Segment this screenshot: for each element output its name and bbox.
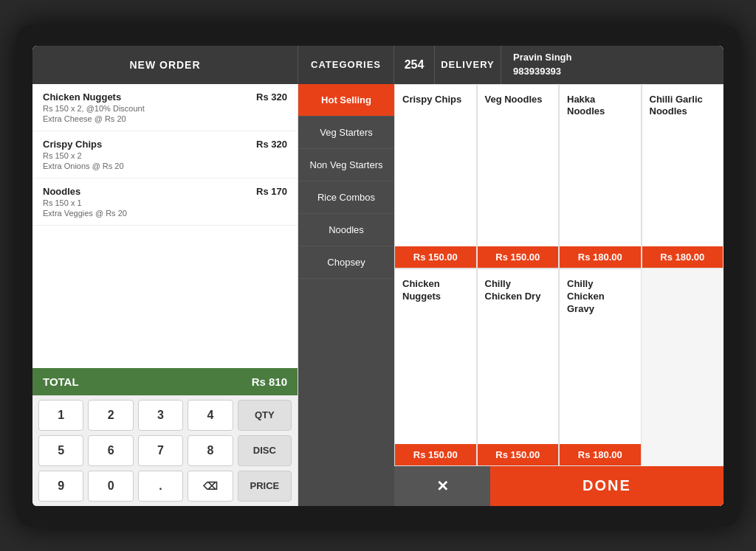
category-item-non-veg-starters[interactable]: Non Veg Starters — [298, 149, 394, 181]
category-item-noodles[interactable]: Noodles — [298, 214, 394, 246]
category-item-veg-starters[interactable]: Veg Starters — [298, 117, 394, 149]
menu-item-price: Rs 180.00 — [560, 246, 641, 268]
menu-item-chilli-garlic-noodles[interactable]: Chilli Garlic Noodles Rs 180.00 — [642, 84, 724, 269]
numpad-key-0[interactable]: 0 — [88, 471, 133, 502]
user-phone: 983939393 — [513, 65, 712, 78]
header: NEW ORDER CATEGORIES 254 DELIVERY Pravin… — [32, 46, 724, 84]
total-label: TOTAL — [43, 375, 79, 388]
menu-item-price: Rs 150.00 — [395, 246, 476, 268]
order-item-info: Crispy Chips Rs 150 x 2 Extra Onions @ R… — [43, 139, 249, 170]
menu-item-hakka-noodles[interactable]: Hakka Noodles Rs 180.00 — [559, 84, 642, 269]
menu-item-veg-noodles[interactable]: Veg Noodles Rs 150.00 — [477, 84, 560, 269]
numpad-row: 1234QTY — [38, 400, 292, 431]
numpad-key-9[interactable]: 9 — [38, 471, 83, 502]
order-item[interactable]: Crispy Chips Rs 150 x 2 Extra Onions @ R… — [32, 131, 298, 179]
order-number: 254 — [394, 46, 435, 84]
order-item-price: Rs 320 — [249, 139, 287, 150]
bottom-bar: ✕ DONE — [394, 466, 724, 506]
numpad-row: 5678DISC — [38, 435, 292, 466]
order-item-name: Crispy Chips — [43, 139, 249, 150]
numpad-key-2[interactable]: 2 — [88, 400, 133, 431]
numpad-key-disc[interactable]: DISC — [238, 435, 292, 466]
categories-panel: Hot SellingVeg StartersNon Veg StartersR… — [298, 84, 394, 506]
menu-item-name: Crispy Chips — [402, 94, 469, 241]
menu-item-price: Rs 150.00 — [478, 246, 559, 268]
order-item-info: Chicken Nuggets Rs 150 x 2, @10% Discoun… — [43, 91, 249, 123]
order-item[interactable]: Chicken Nuggets Rs 150 x 2, @10% Discoun… — [32, 84, 298, 131]
numpad-key-[interactable]: . — [138, 471, 183, 502]
menu-grid: Crispy Chips Rs 150.00 Veg Noodles Rs 15… — [394, 84, 724, 466]
total-amount: Rs 810 — [252, 375, 287, 388]
menu-item-price: Rs 180.00 — [560, 444, 641, 465]
order-item-detail1: Rs 150 x 2, @10% Discount — [43, 104, 249, 113]
order-items-list: Chicken Nuggets Rs 150 x 2, @10% Discoun… — [32, 84, 298, 368]
menu-item-name: Veg Noodles — [485, 94, 551, 241]
menu-item-name: Chilli Garlic Noodles — [650, 94, 716, 241]
numpad-key-1[interactable]: 1 — [38, 400, 83, 431]
category-item-chopsey[interactable]: Chopsey — [298, 246, 394, 279]
menu-item-chilly-chicken-gravy[interactable]: Chilly Chicken Gravy Rs 180.00 — [559, 268, 642, 465]
numpad-key-4[interactable]: 4 — [188, 400, 233, 431]
order-item-name: Chicken Nuggets — [43, 91, 249, 103]
order-item[interactable]: Noodles Rs 150 x 1 Extra Veggies @ Rs 20… — [32, 179, 298, 226]
user-info: Pravin Singh 983939393 — [501, 51, 724, 77]
category-item-rice-combos[interactable]: Rice Combos — [298, 181, 394, 214]
cancel-icon: ✕ — [436, 477, 449, 495]
device-frame: NEW ORDER CATEGORIES 254 DELIVERY Pravin… — [16, 25, 740, 527]
total-bar: TOTAL Rs 810 — [32, 368, 298, 395]
menu-panel: Crispy Chips Rs 150.00 Veg Noodles Rs 15… — [394, 84, 724, 506]
numpad-key-8[interactable]: 8 — [188, 435, 233, 466]
delivery-label: DELIVERY — [435, 46, 501, 84]
done-button[interactable]: DONE — [490, 466, 724, 506]
numpad-key-qty[interactable]: QTY — [238, 400, 292, 431]
menu-item-crispy-chips[interactable]: Crispy Chips Rs 150.00 — [394, 84, 477, 269]
order-item-detail2: Extra Veggies @ Rs 20 — [43, 209, 249, 218]
numpad-key-3[interactable]: 3 — [138, 400, 183, 431]
menu-item-price: Rs 180.00 — [642, 246, 724, 268]
new-order-label: NEW ORDER — [32, 46, 298, 84]
numpad-row: 90.⌫PRICE — [38, 471, 292, 502]
order-item-detail2: Extra Onions @ Rs 20 — [43, 162, 249, 170]
numpad-key-[interactable]: ⌫ — [188, 471, 233, 502]
main-content: Chicken Nuggets Rs 150 x 2, @10% Discoun… — [32, 84, 724, 506]
categories-header-label: CATEGORIES — [298, 46, 394, 84]
numpad-key-price[interactable]: PRICE — [238, 471, 292, 502]
order-item-name: Noodles — [43, 186, 249, 197]
menu-item-name: Chilly Chicken Dry — [485, 278, 551, 437]
menu-item-chicken-nuggets[interactable]: Chicken Nuggets Rs 150.00 — [394, 268, 477, 465]
numpad-key-6[interactable]: 6 — [88, 435, 133, 466]
category-item-hot-selling[interactable]: Hot Selling — [298, 84, 394, 117]
menu-item-name: Hakka Noodles — [567, 94, 633, 241]
order-item-detail1: Rs 150 x 1 — [43, 198, 249, 207]
order-item-info: Noodles Rs 150 x 1 Extra Veggies @ Rs 20 — [43, 186, 249, 218]
screen: NEW ORDER CATEGORIES 254 DELIVERY Pravin… — [32, 46, 724, 506]
menu-item-name: Chilly Chicken Gravy — [567, 278, 633, 437]
numpad: 1234QTY5678DISC90.⌫PRICE — [32, 395, 298, 506]
menu-item-price: Rs 150.00 — [478, 444, 559, 465]
menu-item-chilly-chicken-dry[interactable]: Chilly Chicken Dry Rs 150.00 — [477, 268, 560, 465]
menu-item-name: Chicken Nuggets — [402, 278, 469, 437]
order-item-price: Rs 170 — [249, 186, 287, 197]
order-item-detail1: Rs 150 x 2 — [43, 151, 249, 160]
numpad-key-7[interactable]: 7 — [138, 435, 183, 466]
menu-item-price: Rs 150.00 — [395, 444, 476, 465]
numpad-key-5[interactable]: 5 — [38, 435, 83, 466]
user-name: Pravin Singh — [513, 51, 712, 64]
order-item-detail2: Extra Cheese @ Rs 20 — [43, 114, 249, 123]
order-item-price: Rs 320 — [249, 91, 287, 103]
cancel-button[interactable]: ✕ — [394, 466, 490, 506]
left-panel: Chicken Nuggets Rs 150 x 2, @10% Discoun… — [32, 84, 298, 506]
